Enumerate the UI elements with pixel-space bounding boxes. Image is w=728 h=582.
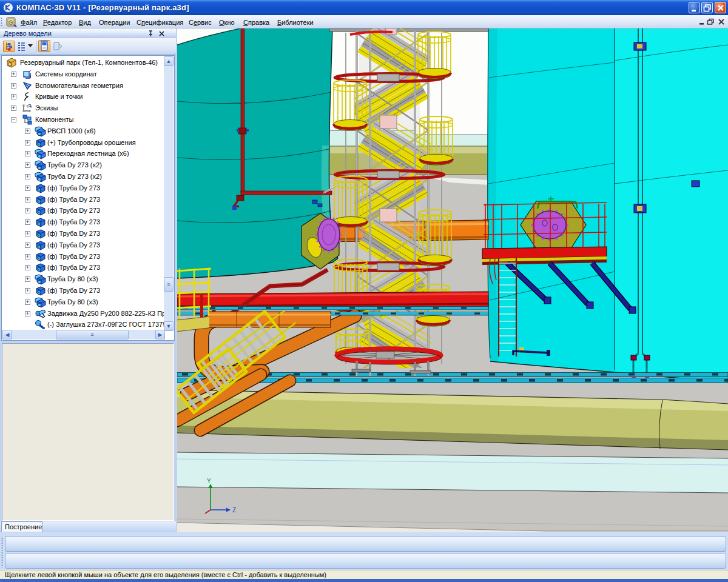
svg-text:Z: Z (232, 507, 236, 513)
svg-text:Y: Y (207, 478, 211, 484)
